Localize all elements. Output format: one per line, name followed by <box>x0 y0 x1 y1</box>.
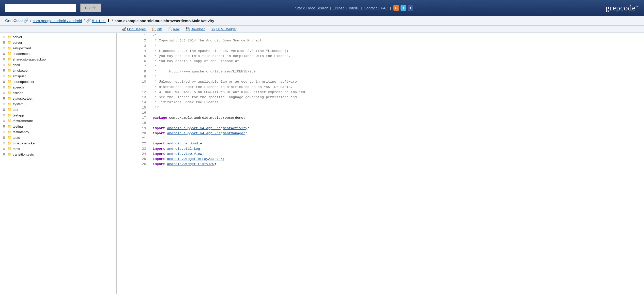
line-number: 1 <box>117 33 150 38</box>
raw-link[interactable]: 📄 Raw <box>168 27 179 31</box>
table-row: 16 <box>117 110 644 115</box>
line-number: 26 <box>117 162 150 167</box>
eclipse-link[interactable]: Eclipse <box>332 6 345 10</box>
import-link[interactable]: android.support.v4.app.FragmentActivity <box>167 126 247 130</box>
sidebar-item-soundpooltest[interactable]: ⊞📁soundpooltest <box>0 79 116 84</box>
line-number: 19 <box>117 126 150 131</box>
line-number: 16 <box>117 110 150 115</box>
table-row: 2 * Copyright (C) 2014 The Android Open … <box>117 38 644 43</box>
line-number: 7 <box>117 64 150 69</box>
sidebar-item-setupwizard[interactable]: ⊞📁setupwizard <box>0 45 116 51</box>
table-row: 21 <box>117 136 644 141</box>
line-number: 13 <box>117 95 150 100</box>
breadcrumb-version[interactable]: 5.1.1_r1 <box>92 19 106 23</box>
line-number: 17 <box>117 115 150 120</box>
nav-sep-3: | <box>361 6 362 10</box>
breadcrumb-com-google[interactable]: com.google.android / android <box>33 19 82 23</box>
sidebar-item-systemui[interactable]: ⊞📁systemui <box>0 101 116 107</box>
sidebar-item-server[interactable]: ⊞📁server <box>0 34 116 40</box>
code-line-content: * Licensed under the Apache License, Ver… <box>150 49 644 54</box>
code-line-content: import android.support.v4.app.FragmentAc… <box>150 126 644 131</box>
import-link[interactable]: android.util.Log <box>167 147 200 151</box>
diff-link[interactable]: 📋 Diff <box>152 27 162 31</box>
find-usages-link[interactable]: 🚀 Find Usages <box>122 27 146 31</box>
sidebar-item-timezonepicker[interactable]: ⊞📁timezonepicker <box>0 140 116 146</box>
sidebar-item-shell[interactable]: ⊞📁shell <box>0 62 116 68</box>
code-area[interactable]: 1/*2 * Copyright (C) 2014 The Android Op… <box>117 33 644 294</box>
sidebar-item-testing[interactable]: ⊞📁testing <box>0 124 116 129</box>
code-line-content: */ <box>150 105 644 110</box>
breadcrumb-sep-3: / <box>112 19 113 23</box>
intellij-link[interactable]: IntelliJ <box>349 6 360 10</box>
nav-sep-2: | <box>346 6 347 10</box>
code-line-content <box>150 136 644 141</box>
table-row: 10 * Unless required by applicable law o… <box>117 79 644 84</box>
sidebar-item-smspush[interactable]: ⊞📁smspush <box>0 73 116 79</box>
sidebar-item-testlatency[interactable]: ⊞📁testlatency <box>0 129 116 135</box>
twitter-icon[interactable]: t <box>401 5 406 11</box>
sidebar-item-sharedstoragebackup[interactable]: ⊞📁sharedstoragebackup <box>0 56 116 62</box>
stack-trace-link[interactable]: Stack Trace Search <box>295 6 328 10</box>
import-link[interactable]: android.view.View <box>167 152 202 156</box>
sidebar-item-tests[interactable]: ⊞📁tests <box>0 135 116 140</box>
line-number: 18 <box>117 120 150 126</box>
table-row: 22import android.os.Bundle; <box>117 141 644 146</box>
faq-link[interactable]: FAQ <box>381 6 388 10</box>
html-widget-link[interactable]: <> HTML Widget <box>211 27 236 31</box>
line-number: 8 <box>117 69 150 74</box>
code-line-content: * <box>150 64 644 69</box>
code-table: 1/*2 * Copyright (C) 2014 The Android Op… <box>117 33 644 167</box>
table-row: 8 * http://www.apache.org/licenses/LICEN… <box>117 69 644 74</box>
blog-icon[interactable]: B <box>393 5 399 11</box>
import-link[interactable]: android.support.v4.app.FragmentManager <box>167 131 245 135</box>
code-line-content: /* <box>150 33 644 38</box>
main: ⊞📁server⊞📁server⊞📁setupwizard⊞📁shaderste… <box>0 33 644 294</box>
line-number: 3 <box>117 43 150 49</box>
code-line-content: * <box>150 74 644 79</box>
sidebar-item-tools[interactable]: ⊞📁tools <box>0 146 116 152</box>
sidebar[interactable]: ⊞📁server⊞📁server⊞📁setupwizard⊞📁shaderste… <box>0 33 117 294</box>
nav-links: Stack Trace Search | Eclipse | IntelliJ … <box>105 5 602 11</box>
sidebar-item-speech[interactable]: ⊞📁speech <box>0 84 116 90</box>
table-row: 3 * <box>117 43 644 49</box>
breadcrumb-down-icon: ⬇ <box>107 18 110 23</box>
nav-sep-5: | <box>390 6 391 10</box>
facebook-icon[interactable]: f <box>408 5 413 11</box>
code-line-content: import android.view.View; <box>150 152 644 157</box>
code-line-content: * http://www.apache.org/licenses/LICENSE… <box>150 69 644 74</box>
search-input[interactable] <box>5 4 76 12</box>
line-number: 10 <box>117 79 150 84</box>
import-link[interactable]: android.os.Bundle <box>167 142 202 145</box>
code-line-content: * <box>150 43 644 49</box>
code-line-content: * limitations under the License. <box>150 100 644 105</box>
breadcrumb-sep-2: / <box>84 19 85 23</box>
line-number: 2 <box>117 38 150 43</box>
sidebar-item-smoketest[interactable]: ⊞📁smoketest <box>0 68 116 73</box>
sidebar-item-test[interactable]: ⊞📁test <box>0 107 116 112</box>
breadcrumb-version-icon: 🔗 <box>86 18 91 23</box>
code-line-content: * distributed under the License is distr… <box>150 85 644 90</box>
sidebar-item-testframerate[interactable]: ⊞📁testframerate <box>0 118 116 124</box>
code-line-content: * You may obtain a copy of the License a… <box>150 59 644 64</box>
table-row: 12 * WITHOUT WARRANTIES OR CONDITIONS OF… <box>117 90 644 95</box>
download-link[interactable]: 💾 Download <box>186 27 205 31</box>
line-number: 6 <box>117 59 150 64</box>
search-button[interactable]: Search <box>80 4 101 12</box>
import-link[interactable]: android.widget.ArrayAdapter <box>167 157 223 161</box>
breadcrumb-grepcode[interactable]: GrepCode 🔗 <box>5 18 28 23</box>
table-row: 6 * You may obtain a copy of the License… <box>117 59 644 64</box>
code-line-content: * See the License for the specific langu… <box>150 95 644 100</box>
sidebar-item-shaderstest[interactable]: ⊞📁shaderstest <box>0 51 116 56</box>
sidebar-item-sslload[interactable]: ⊞📁sslload <box>0 90 116 96</box>
line-number: 14 <box>117 100 150 105</box>
sidebar-item-testapp[interactable]: ⊞📁testapp <box>0 112 116 118</box>
sidebar-item-server[interactable]: ⊞📁server <box>0 40 116 45</box>
import-link[interactable]: android.widget.ListView <box>167 162 214 166</box>
line-number: 15 <box>117 105 150 110</box>
table-row: 26import android.widget.ListView; <box>117 162 644 167</box>
sidebar-item-statusbartest[interactable]: ⊞📁statusbartest <box>0 96 116 101</box>
sidebar-item-transitiontests[interactable]: ⊞📁transitiontests <box>0 152 116 157</box>
contact-link[interactable]: Contact <box>364 6 377 10</box>
file-actions: 🚀 Find Usages 📋 Diff 📄 Raw 💾 Download <>… <box>0 26 644 33</box>
line-number: 23 <box>117 146 150 152</box>
